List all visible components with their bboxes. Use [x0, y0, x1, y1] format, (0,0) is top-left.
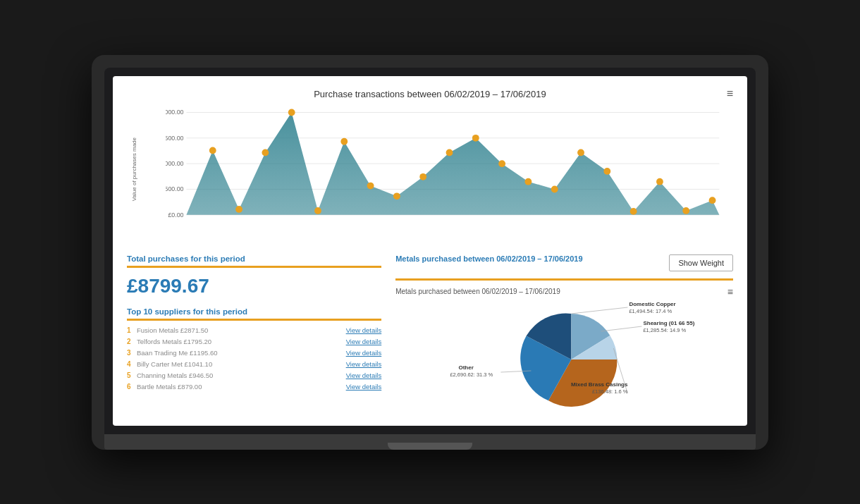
svg-text:£1,494.54: 17.4 %: £1,494.54: 17.4 %: [629, 308, 672, 314]
svg-point-15: [314, 207, 321, 214]
svg-point-24: [551, 185, 558, 192]
table-row: 2 Telfords Metals £1795.20 View details: [127, 338, 381, 345]
svg-text:Shearing (01 66 55): Shearing (01 66 55): [644, 320, 695, 326]
table-row: 3 Baan Trading Me £1195.60 View details: [127, 349, 381, 357]
svg-text:£2000.00: £2000.00: [166, 109, 184, 116]
table-row: 1 Fusion Metals £2871.50 View details: [127, 326, 381, 334]
laptop-outer: Purchase transactions between 06/02/2019…: [92, 55, 768, 450]
laptop-base: [104, 434, 756, 450]
svg-point-17: [367, 182, 374, 189]
svg-point-19: [419, 173, 426, 180]
y-axis-label: Value of purchases made: [131, 137, 137, 201]
chart-menu-icon[interactable]: ≡: [727, 87, 733, 100]
total-amount: £8799.67: [127, 275, 381, 297]
svg-point-25: [577, 149, 584, 156]
svg-text:Domestic Copper: Domestic Copper: [629, 302, 676, 307]
suppliers-divider: [127, 319, 381, 321]
svg-point-13: [262, 149, 269, 156]
svg-text:Mixed Brass Casings: Mixed Brass Casings: [571, 381, 628, 388]
bottom-section: Total purchases for this period £8799.67…: [127, 254, 733, 414]
table-row: 6 Bartle Metals £879.00 View details: [127, 383, 381, 391]
svg-point-29: [682, 207, 689, 214]
svg-point-12: [235, 206, 242, 213]
svg-point-28: [656, 178, 663, 185]
svg-text:£1000.00: £1000.00: [166, 160, 184, 167]
svg-point-14: [288, 109, 295, 116]
screen-bezel: Purchase transactions between 06/02/2019…: [104, 68, 756, 434]
svg-line-40: [601, 326, 642, 331]
pie-chart-container: Domestic Copper £1,494.54: 17.4 % Other …: [395, 302, 733, 414]
svg-text:£2,690.62: 31.3 %: £2,690.62: 31.3 %: [450, 371, 493, 378]
svg-text:£500.00: £500.00: [166, 185, 184, 192]
right-panel: Metals purchased between 06/02/2019 – 17…: [395, 254, 733, 414]
laptop-screen: Purchase transactions between 06/02/2019…: [113, 76, 747, 426]
metals-divider: [395, 278, 733, 281]
total-section-title: Total purchases for this period: [127, 254, 381, 263]
suppliers-list: 1 Fusion Metals £2871.50 View details 2 …: [127, 326, 381, 391]
svg-point-20: [446, 149, 453, 156]
suppliers-title: Top 10 suppliers for this period: [127, 307, 381, 316]
chart-title: Purchase transactions between 06/02/2019…: [314, 89, 546, 99]
svg-point-23: [525, 178, 532, 185]
svg-point-21: [472, 134, 479, 141]
pie-chart-svg: Domestic Copper £1,494.54: 17.4 % Other …: [395, 302, 733, 414]
svg-point-26: [603, 168, 610, 175]
left-panel: Total purchases for this period £8799.67…: [127, 254, 381, 414]
svg-text:£1500.00: £1500.00: [166, 134, 184, 141]
svg-text:£136.48: 1.6 %: £136.48: 1.6 %: [592, 388, 628, 395]
svg-point-11: [209, 147, 216, 154]
svg-line-31: [572, 307, 628, 314]
laptop-notch: [388, 443, 472, 450]
table-row: 5 Channing Metals £946.50 View details: [127, 371, 381, 379]
metals-section-title: Metals purchased between 06/02/2019 – 17…: [395, 254, 582, 263]
dashboard: Purchase transactions between 06/02/2019…: [113, 76, 747, 426]
line-chart-svg: £2000.00 £1500.00 £1000.00 £500.00 £0.00: [166, 104, 733, 235]
total-divider: [127, 266, 381, 268]
svg-text:£1,285.54: 14.9 %: £1,285.54: 14.9 %: [644, 327, 687, 333]
table-row: 4 Billy Carter Met £1041.10 View details: [127, 360, 381, 368]
svg-text:Other: Other: [459, 364, 474, 371]
svg-point-27: [630, 207, 637, 214]
svg-point-16: [340, 137, 348, 145]
show-weight-button[interactable]: Show Weight: [669, 254, 733, 271]
svg-point-22: [498, 160, 505, 167]
metals-menu-icon[interactable]: ≡: [727, 286, 733, 297]
svg-point-30: [709, 197, 716, 204]
chart-area: Purchase transactions between 06/02/2019…: [127, 87, 733, 242]
metals-chart-title: Metals purchased between 06/02/2019 – 17…: [395, 288, 727, 295]
svg-point-18: [393, 192, 400, 199]
svg-text:£0.00: £0.00: [168, 211, 183, 218]
